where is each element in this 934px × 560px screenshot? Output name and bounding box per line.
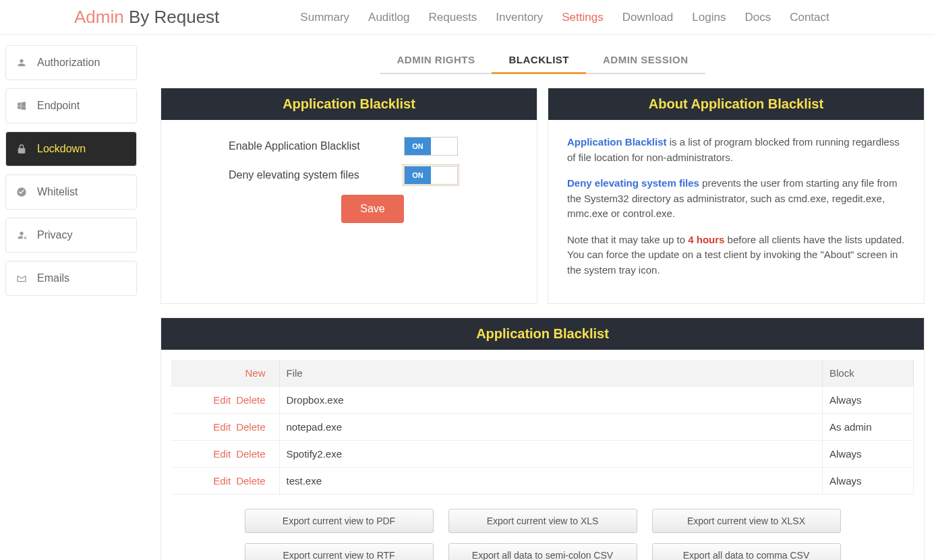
mail-icon — [16, 273, 27, 284]
delete-link[interactable]: Delete — [236, 475, 265, 487]
logo: Admin By Request — [74, 7, 219, 28]
cell-file: Spotify2.exe — [279, 441, 823, 468]
toggle-0[interactable]: ON — [404, 137, 458, 156]
sidebar-item-label: Endpoint — [37, 100, 80, 112]
blacklist-table: New File Block EditDeleteDropbox.exeAlwa… — [171, 360, 914, 495]
topbar: Admin By Request SummaryAuditlogRequests… — [0, 0, 934, 35]
table-row: EditDeleteDropbox.exeAlways — [171, 387, 914, 414]
setting-label: Enable Application Blacklist — [229, 140, 404, 152]
about-p2: Deny elevating system files prevents the… — [567, 176, 905, 222]
about-card-body: Application Blacklist is a list of progr… — [548, 120, 924, 303]
sidebar-item-endpoint[interactable]: Endpoint — [5, 88, 137, 123]
nav-settings[interactable]: Settings — [562, 11, 603, 24]
sidebar-item-authorization[interactable]: Authorization — [5, 45, 137, 80]
about-card: About Application Blacklist Application … — [548, 88, 925, 304]
row-actions: EditDelete — [171, 414, 279, 441]
toggle-1[interactable]: ON — [404, 166, 458, 185]
table-card: Application Blacklist New File Block Edi… — [160, 317, 925, 560]
delete-link[interactable]: Delete — [236, 421, 265, 433]
two-col: Application Blacklist Enable Application… — [160, 88, 925, 304]
export-button[interactable]: Export current view to XLS — [448, 509, 637, 533]
nav-auditlog[interactable]: Auditlog — [368, 11, 409, 24]
table-row: EditDeletetest.exeAlways — [171, 468, 914, 495]
exports: Export current view to PDFExport current… — [161, 505, 924, 560]
windows-icon — [16, 100, 27, 111]
table-wrap: New File Block EditDeleteDropbox.exeAlwa… — [161, 360, 924, 495]
edit-link[interactable]: Edit — [213, 448, 231, 460]
row-actions: EditDelete — [171, 441, 279, 468]
cell-file: notepad.exe — [279, 414, 823, 441]
about-p3-hours: 4 hours — [688, 234, 724, 245]
userx-icon — [16, 230, 27, 241]
setting-row: Deny elevating system filesON — [229, 166, 517, 185]
delete-link[interactable]: Delete — [236, 394, 265, 406]
cell-file: test.exe — [279, 468, 823, 495]
nav-requests[interactable]: Requests — [429, 11, 477, 24]
sidebar-item-label: Lockdown — [37, 143, 86, 155]
setting-label: Deny elevating system files — [229, 169, 404, 181]
sidebar-item-label: Emails — [37, 272, 69, 284]
subtab-blacklist[interactable]: BLACKLIST — [492, 47, 586, 74]
row-actions: EditDelete — [171, 387, 279, 414]
row-actions: EditDelete — [171, 468, 279, 495]
check-icon — [16, 187, 27, 197]
toggle-off — [431, 137, 457, 155]
cell-block: As admin — [823, 414, 914, 441]
content: AuthorizationEndpointLockdownWhitelistPr… — [0, 35, 934, 560]
export-button[interactable]: Export current view to RTF — [245, 543, 434, 560]
user-icon — [16, 57, 27, 68]
edit-link[interactable]: Edit — [213, 421, 231, 433]
subtab-admin-session[interactable]: ADMIN SESSION — [586, 47, 705, 74]
new-link[interactable]: New — [245, 367, 265, 379]
about-p2-kw: Deny elevating system files — [567, 177, 699, 189]
export-button[interactable]: Export all data to comma CSV — [652, 543, 841, 560]
about-p1: Application Blacklist is a list of progr… — [567, 135, 905, 165]
col-block: Block — [823, 360, 914, 387]
sidebar-item-label: Whitelist — [37, 186, 78, 198]
table-row: EditDeleteSpotify2.exeAlways — [171, 441, 914, 468]
edit-link[interactable]: Edit — [213, 394, 231, 406]
toggle-on: ON — [405, 137, 431, 155]
settings-card: Application Blacklist Enable Application… — [160, 88, 537, 304]
sidebar-item-label: Privacy — [37, 229, 72, 241]
sidebar-item-label: Authorization — [37, 57, 100, 69]
nav-logins[interactable]: Logins — [692, 11, 726, 24]
subtab-admin-rights[interactable]: ADMIN RIGHTS — [380, 47, 492, 74]
export-button[interactable]: Export current view to PDF — [245, 509, 434, 533]
cell-file: Dropbox.exe — [279, 387, 823, 414]
table-card-title: Application Blacklist — [161, 318, 924, 350]
nav-summary[interactable]: Summary — [300, 11, 349, 24]
setting-row: Enable Application BlacklistON — [229, 137, 517, 156]
delete-link[interactable]: Delete — [236, 448, 265, 460]
sidebar: AuthorizationEndpointLockdownWhitelistPr… — [5, 42, 137, 560]
sidebar-item-privacy[interactable]: Privacy — [5, 218, 137, 253]
col-file: File — [279, 360, 823, 387]
nav-download[interactable]: Download — [622, 11, 674, 24]
settings-card-title: Application Blacklist — [161, 88, 537, 120]
cell-block: Always — [823, 468, 914, 495]
sidebar-item-whitelist[interactable]: Whitelist — [5, 175, 137, 210]
about-card-title: About Application Blacklist — [548, 88, 924, 120]
nav-contact[interactable]: Contact — [790, 11, 829, 24]
toggle-off — [431, 166, 457, 184]
nav-docs[interactable]: Docs — [745, 11, 771, 24]
nav-inventory[interactable]: Inventory — [496, 11, 543, 24]
main: ADMIN RIGHTSBLACKLISTADMIN SESSION Appli… — [137, 42, 934, 560]
export-button[interactable]: Export current view to XLSX — [652, 509, 841, 533]
subtabs: ADMIN RIGHTSBLACKLISTADMIN SESSION — [160, 47, 925, 74]
logo-b: By Request — [124, 7, 220, 27]
about-p3: Note that it may take up to 4 hours befo… — [567, 232, 905, 278]
sidebar-item-lockdown[interactable]: Lockdown — [5, 131, 137, 166]
about-p3-a: Note that it may take up to — [567, 234, 688, 245]
toggle-on: ON — [405, 166, 431, 184]
cell-block: Always — [823, 441, 914, 468]
export-button[interactable]: Export all data to semi-colon CSV — [448, 543, 637, 560]
cell-block: Always — [823, 387, 914, 414]
save-button[interactable]: Save — [341, 195, 403, 223]
sidebar-item-emails[interactable]: Emails — [5, 261, 137, 296]
about-p1-kw: Application Blacklist — [567, 136, 667, 148]
table-row: EditDeletenotepad.exeAs admin — [171, 414, 914, 441]
topnav: SummaryAuditlogRequestsInventorySettings… — [300, 11, 829, 24]
edit-link[interactable]: Edit — [213, 475, 231, 487]
logo-a: Admin — [74, 7, 124, 27]
